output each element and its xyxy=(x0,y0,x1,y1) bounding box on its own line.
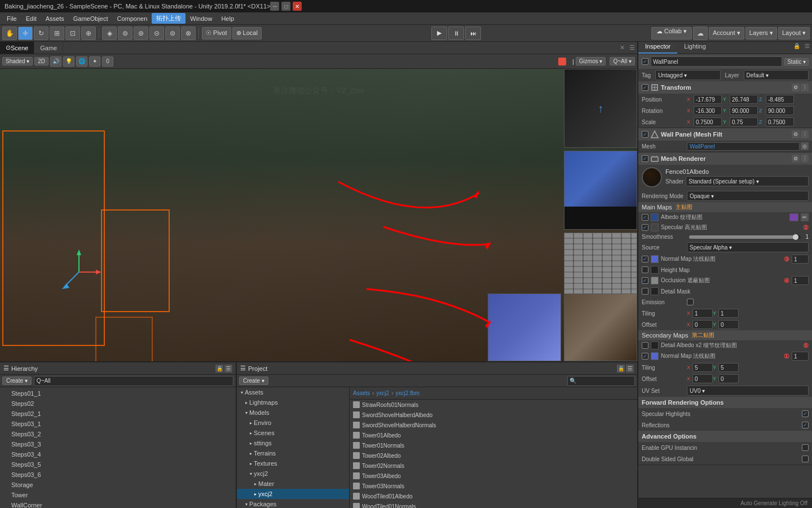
tree-item-steps03-1[interactable]: Steps03_1 xyxy=(0,419,236,429)
tiling-x[interactable] xyxy=(692,309,713,318)
path-yxcj2[interactable]: yxcj2 xyxy=(376,390,389,396)
sca-z-input[interactable] xyxy=(766,117,794,126)
hierarchy-menu[interactable]: ☰ xyxy=(224,365,232,373)
2d-toggle[interactable]: 2D xyxy=(34,57,48,65)
albedo-thumb[interactable] xyxy=(651,213,659,221)
offset-x[interactable] xyxy=(692,320,713,329)
menu-component[interactable]: Componen xyxy=(112,14,152,23)
folder-textures[interactable]: ▸Textures xyxy=(237,458,349,468)
rendering-mode-dropdown[interactable]: Opaque ▾ xyxy=(687,191,809,201)
path-fbm[interactable]: yxcj2.fbm xyxy=(396,390,420,396)
tree-item-wallcorner[interactable]: WallCorner xyxy=(0,500,236,508)
tool-hand[interactable]: ✋ xyxy=(2,27,17,40)
skybox-btn[interactable]: 🌐 xyxy=(76,56,87,67)
hierarchy-lock[interactable]: 🔒 xyxy=(215,365,223,373)
file-tower03-normals[interactable]: Tower03Normals xyxy=(350,481,637,491)
tree-item-steps03-3[interactable]: Steps03_3 xyxy=(0,439,236,449)
meshrenderer-settings[interactable]: ⚙ xyxy=(792,155,800,163)
emission-checkbox[interactable] xyxy=(687,299,694,305)
tool-transform[interactable]: ⊕ xyxy=(81,27,96,40)
thumb-4[interactable] xyxy=(564,294,637,361)
project-lock[interactable]: 🔒 xyxy=(617,365,625,373)
folder-enviro[interactable]: ▸Enviro xyxy=(237,418,349,428)
file-swordshovel-albedo[interactable]: SwordShovelHalberdAlbedo xyxy=(350,410,637,420)
project-menu[interactable]: ☰ xyxy=(626,365,634,373)
file-strawroofs[interactable]: StrawRoofs01Normals xyxy=(350,400,637,410)
occlusion-thumb[interactable] xyxy=(651,277,659,284)
rot-y-input[interactable] xyxy=(730,106,758,115)
meshrenderer-overflow[interactable]: ⋮ xyxy=(801,155,809,163)
file-swordshovel-normals[interactable]: SwordShovelHalberdNormals xyxy=(350,420,637,430)
folder-yxcj2-sub[interactable]: ▸yxcj2 xyxy=(237,489,349,499)
object-name-input[interactable] xyxy=(651,56,782,67)
pos-z-input[interactable] xyxy=(766,95,794,104)
tree-item-steps02[interactable]: Steps02 xyxy=(0,398,236,409)
transform-header[interactable]: Transform ⚙ ⋮ xyxy=(638,81,812,94)
normalmap-checkbox[interactable] xyxy=(642,256,648,262)
meshrenderer-header[interactable]: Mesh Renderer ⚙ ⋮ xyxy=(638,152,812,165)
tab-scene[interactable]: ⊙ Scene xyxy=(0,42,34,54)
menu-file[interactable]: File xyxy=(2,14,21,23)
thumb-1[interactable]: ↑ xyxy=(564,69,637,148)
pause-button[interactable]: ⏸ xyxy=(448,27,464,40)
tab-inspector[interactable]: Inspector xyxy=(638,42,677,54)
meshfilter-header[interactable]: Wall Panel (Mesh Filt ⚙ ⋮ xyxy=(638,128,812,141)
file-tower01-albedo[interactable]: Tower01Albedo xyxy=(350,430,637,440)
local-dropdown[interactable]: ⊕ Local xyxy=(232,27,262,40)
maximize-button[interactable]: □ xyxy=(281,2,290,11)
reflections-checkbox[interactable] xyxy=(802,422,809,428)
file-woodtiled01-albedo[interactable]: WoodTiled01Albedo xyxy=(350,491,637,501)
file-tower03-albedo[interactable]: Tower03Albedo xyxy=(350,471,637,481)
tool-unknown2[interactable]: ⊚ xyxy=(118,27,133,40)
project-search[interactable] xyxy=(567,376,635,386)
scene-viewport[interactable]: 关注微信公众号：V2_zxw xyxy=(0,69,637,361)
close-scene-btn[interactable] xyxy=(558,58,566,65)
smoothness-slider[interactable] xyxy=(689,235,801,239)
sec-tiling-x[interactable] xyxy=(692,363,713,372)
tab-lighting[interactable]: Lighting xyxy=(677,42,713,54)
inspector-lock[interactable]: 🔒 xyxy=(791,42,802,54)
pivot-dropdown[interactable]: ☉ Pivot xyxy=(202,27,231,40)
layout-dropdown[interactable]: Layout ▾ xyxy=(778,27,810,40)
occlusion-checkbox[interactable] xyxy=(642,277,648,284)
pos-x-input[interactable] xyxy=(694,95,722,104)
spec-highlights-checkbox[interactable] xyxy=(802,410,809,417)
sec-offset-x[interactable] xyxy=(692,374,713,383)
path-assets[interactable]: Assets xyxy=(353,390,370,396)
tool-rect[interactable]: ⊡ xyxy=(65,27,80,40)
layers-dropdown[interactable]: Layers ▾ xyxy=(745,27,777,40)
sec-normalmap-value[interactable] xyxy=(792,352,809,361)
tool-unknown3[interactable]: ⊛ xyxy=(134,27,148,40)
sec-normalmap-checkbox[interactable] xyxy=(642,353,648,360)
folder-yxcj2[interactable]: ▾yxcj2 xyxy=(237,468,349,479)
menu-assets[interactable]: Assets xyxy=(41,14,69,23)
tag-dropdown[interactable]: Untagged ▾ xyxy=(655,70,720,80)
detail-albedo-checkbox[interactable] xyxy=(642,342,648,349)
tool-unknown4[interactable]: ⊝ xyxy=(149,27,164,40)
gizmos-button[interactable]: Gizmos ▾ xyxy=(576,57,606,65)
detail-albedo-thumb[interactable] xyxy=(651,341,659,349)
albedo-checkbox[interactable] xyxy=(642,214,648,221)
sca-y-input[interactable] xyxy=(730,117,758,126)
material-preview[interactable] xyxy=(642,167,662,187)
folder-terrains[interactable]: ▸Terrains xyxy=(237,448,349,458)
menu-window[interactable]: Window xyxy=(186,14,217,23)
offset-y[interactable] xyxy=(718,320,739,329)
file-tower02-albedo[interactable]: Tower02Albedo xyxy=(350,450,637,461)
double-sided-checkbox[interactable] xyxy=(802,456,809,462)
folder-assets[interactable]: ▾Assets xyxy=(237,387,349,397)
hierarchy-search[interactable] xyxy=(34,376,233,386)
static-badge[interactable]: Static ▾ xyxy=(784,58,809,65)
audio-btn[interactable]: 🔊 xyxy=(50,56,61,67)
sca-x-input[interactable] xyxy=(694,117,722,126)
tree-item-steps03-4[interactable]: Steps03_4 xyxy=(0,449,236,459)
scene-menu[interactable]: ☰ xyxy=(627,43,637,52)
mesh-field[interactable]: WallPanel xyxy=(687,142,800,151)
detailmask-thumb[interactable] xyxy=(651,287,659,295)
tool-unknown5[interactable]: ⊜ xyxy=(165,27,180,40)
folder-sttings[interactable]: ▸sttings xyxy=(237,438,349,448)
collab-button[interactable]: ☁ Collab ▾ xyxy=(651,27,692,40)
tool-unknown6[interactable]: ⊗ xyxy=(181,27,196,40)
cloud-button[interactable]: ☁ xyxy=(693,27,708,40)
inspector-menu[interactable]: ☰ xyxy=(802,42,812,54)
